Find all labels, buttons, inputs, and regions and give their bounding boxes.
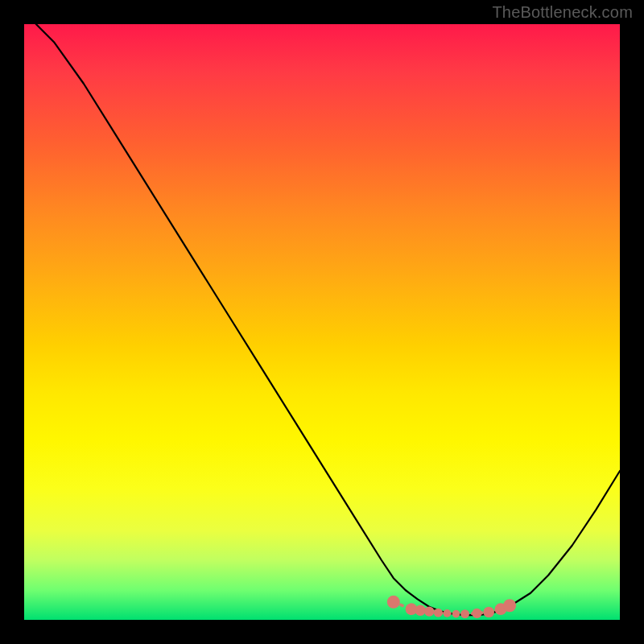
watermark-text: TheBottleneck.com	[492, 3, 633, 22]
bottleneck-curve	[36, 24, 620, 615]
near-zero-marker	[452, 610, 460, 618]
chart-frame	[0, 0, 644, 644]
bottleneck-curve-path	[36, 24, 620, 615]
near-zero-marker	[415, 605, 425, 615]
near-zero-marker	[483, 607, 493, 617]
near-zero-marker	[472, 609, 481, 618]
near-zero-markers	[387, 596, 516, 618]
near-zero-marker	[503, 599, 516, 612]
near-zero-marker	[387, 596, 400, 609]
plot-area	[24, 24, 620, 620]
chart-svg	[24, 24, 620, 620]
near-zero-marker	[434, 609, 443, 617]
near-zero-marker	[460, 609, 469, 618]
near-zero-marker	[424, 607, 434, 617]
near-zero-marker	[444, 609, 452, 617]
